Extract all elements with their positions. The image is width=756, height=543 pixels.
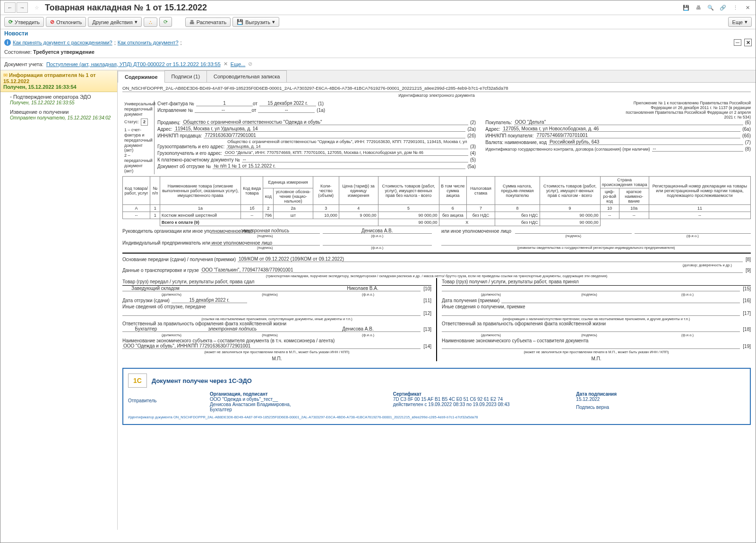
link-icon[interactable]: 🔗: [719, 3, 727, 12]
tree-button[interactable]: ⛬: [144, 17, 157, 27]
doc-link[interactable]: Поступление (акт, накладная, УПД) ДТ00-0…: [46, 61, 221, 67]
side-item-1[interactable]: ◦ Подтверждение оператора ЭДО Получен, 1…: [0, 92, 117, 107]
back-button[interactable]: ←: [4, 2, 16, 13]
print-icon[interactable]: 🖶: [694, 3, 703, 12]
close-icon[interactable]: ✕: [743, 3, 752, 12]
tab-content[interactable]: Содержимое: [118, 71, 165, 83]
invoice-table: Код товара/ работ, услуг№ п/пНаименовани…: [122, 176, 751, 226]
doc-more-link[interactable]: Еще...: [231, 61, 246, 67]
lock-icon: ⊘: [248, 61, 252, 67]
printer-icon: 🖶: [189, 19, 195, 25]
total-row: Всего к оплате (9)90 000,00Xбез НДС90 00…: [123, 219, 751, 226]
state-value: Требуется утверждение: [33, 49, 94, 55]
more-button[interactable]: Еще ▾: [728, 17, 752, 27]
search-icon[interactable]: 🔍: [706, 3, 715, 12]
doc-identifier-sub: Идентификатор электронного документа: [122, 93, 751, 98]
news-label: Новости: [0, 29, 756, 38]
bullet-icon: ◦: [10, 94, 12, 100]
star-icon[interactable]: ☆: [32, 2, 42, 13]
sidebar-header[interactable]: ✉ Информация отправителя № 1 от 15.12.20…: [0, 70, 117, 92]
check-icon: ⟳: [9, 19, 13, 25]
info-close[interactable]: ✕: [744, 39, 752, 46]
edo-logo: 1C: [128, 373, 147, 388]
print-button[interactable]: 🖶Распечатать: [185, 17, 231, 27]
export-button[interactable]: 💾Выгрузить ▾: [232, 17, 279, 27]
document-area: ON_NSCHFDOPPR_2AL-AB8DE3D6-BD49-4A87-9F4…: [118, 83, 756, 528]
sidebar: ✉ Информация отправителя № 1 от 15.12.20…: [0, 70, 118, 530]
doc-identifier: ON_NSCHFDOPPR_2AL-AB8DE3D6-BD49-4A87-9F4…: [122, 85, 751, 92]
page-title: Товарная накладная № 1 от 15.12.2022: [45, 3, 682, 13]
doc-clear[interactable]: ✕: [223, 61, 228, 67]
edo-box: 1C Документ получен через 1С-ЭДО Отправи…: [122, 368, 751, 425]
approve-button[interactable]: ⟳Утвердить: [4, 17, 44, 27]
status-value: 2: [141, 119, 148, 126]
forward-button[interactable]: →: [17, 2, 28, 13]
refresh-icon: ⟳: [163, 19, 168, 25]
help-link-1[interactable]: Как принять документ с расхождениями?: [13, 40, 112, 45]
mail-in-icon: ✉: [3, 72, 8, 78]
save-icon[interactable]: 💾: [682, 3, 690, 12]
disk-icon: 💾: [237, 19, 243, 25]
reject-button[interactable]: ⊘Отклонить: [46, 17, 86, 27]
side-item-2[interactable]: Извещение о получении Отправлен получате…: [0, 107, 117, 122]
tab-signatures[interactable]: Подписи (1): [164, 70, 207, 82]
regulation-note: Приложение № 1 к постановлению Правитель…: [619, 101, 751, 119]
table-row: --1Костюм женский шерстяной--796шт10,000…: [123, 212, 751, 219]
doc-label: Документ учета:: [4, 61, 43, 67]
signature-valid: Подпись верна: [576, 405, 745, 410]
help-link-2[interactable]: Как отклонить документ?: [118, 40, 179, 45]
info-minimize[interactable]: ─: [734, 39, 741, 46]
refresh-button[interactable]: ⟳: [159, 17, 172, 27]
info-icon: i: [4, 39, 11, 46]
stop-icon: ⊘: [50, 19, 54, 25]
other-actions-button[interactable]: Другие действия ▾: [88, 17, 141, 27]
upd-left-col: Универсальный передаточный документ Стат…: [122, 101, 155, 174]
tree-icon: ⛬: [148, 19, 153, 25]
state-label: Состояние:: [4, 49, 32, 55]
tab-note[interactable]: Сопроводительная записка: [206, 70, 287, 82]
kebab-icon[interactable]: ⋮: [731, 3, 739, 12]
